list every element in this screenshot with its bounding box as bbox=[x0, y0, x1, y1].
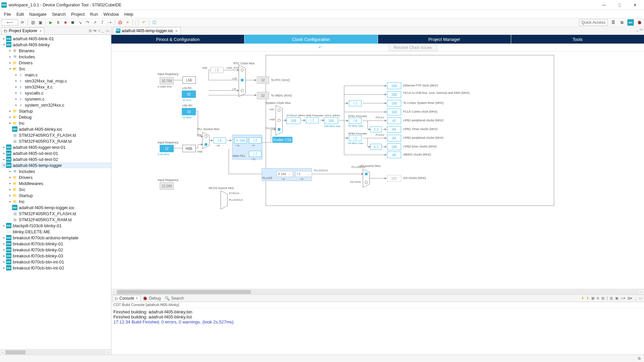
tree-item[interactable]: ▸IDEadafruit-f405-blink-01 bbox=[1, 36, 111, 42]
tree-twisty[interactable]: ▸ bbox=[2, 236, 6, 239]
hse-input-freq[interactable]: 12 bbox=[160, 145, 174, 152]
tree-item[interactable]: ▾IDEadafruit-f405-temp-logger bbox=[1, 162, 111, 168]
tree-twisty[interactable]: ▸ bbox=[8, 200, 12, 203]
tree-item[interactable]: MXadafruit-f405-blinky.ioc bbox=[1, 126, 111, 132]
view-max-button[interactable]: ▭ bbox=[105, 29, 110, 33]
tree-twisty[interactable]: ▸ bbox=[8, 194, 12, 197]
project-tree[interactable]: ▸IDEadafruit-f405-blink-01▾IDEadafruit-f… bbox=[0, 35, 111, 349]
editor-min[interactable]: _ bbox=[636, 27, 638, 31]
tree-twisty[interactable]: ▸ bbox=[2, 37, 6, 40]
tree-item[interactable]: ▭blinky-DELETE-ME bbox=[1, 229, 111, 235]
view-menu-button[interactable]: ▿ bbox=[98, 29, 101, 33]
link-editor-button[interactable]: ⇆ bbox=[93, 29, 97, 33]
tree-item[interactable]: ▸IDEadafruit-f405-logger-test-01 bbox=[1, 144, 111, 150]
step-over-button[interactable]: ↷ bbox=[84, 19, 91, 26]
open-type-button[interactable]: ☀ bbox=[124, 19, 131, 26]
tree-item[interactable]: MXadafruit-f405-temp-logger.ioc bbox=[1, 204, 111, 210]
tree-item[interactable]: ▸📁Src bbox=[1, 186, 111, 192]
minimize-button[interactable]: — bbox=[596, 0, 612, 10]
tree-twisty[interactable]: ▸ bbox=[8, 115, 12, 119]
console-opt1[interactable]: ▥ bbox=[609, 296, 613, 300]
sysclk[interactable]: 168 bbox=[286, 117, 301, 124]
menu-navigate[interactable]: Navigate bbox=[26, 11, 49, 17]
editor-tab-ioc[interactable]: MX adafruit-f405-temp-logger.ioc ✕ bbox=[113, 27, 181, 35]
tree-item[interactable]: ▸IDEblackpill-f103c8-blinky-01 bbox=[1, 223, 111, 229]
explorer-h-scroll[interactable]: ‹› bbox=[0, 349, 111, 355]
pll-p[interactable]: / 2 bbox=[249, 137, 262, 143]
refresh-button[interactable]: ⟳ bbox=[19, 19, 26, 26]
config-tab-pinout-configuration[interactable]: Pinout & Configuration bbox=[111, 35, 245, 44]
tree-twisty[interactable]: ▸ bbox=[8, 188, 12, 191]
tree-item[interactable]: ▸📁Debug bbox=[1, 114, 111, 120]
tree-item[interactable]: ▤STM32F405RGTX_FLASH.ld bbox=[1, 210, 111, 217]
pll-n[interactable]: X 168 bbox=[234, 137, 247, 143]
tree-item[interactable]: ▸⦿Binaries bbox=[1, 48, 111, 54]
terminate-button[interactable]: ⏻ bbox=[117, 19, 123, 26]
tree-twisty[interactable]: ▸ bbox=[2, 242, 6, 245]
instruction-step-button[interactable]: ⇢ bbox=[106, 19, 113, 26]
tree-item[interactable]: ▸📁Drivers bbox=[1, 174, 111, 180]
drop-frame-button[interactable]: ⤴ bbox=[99, 19, 106, 26]
tree-twisty[interactable]: ▸ bbox=[2, 248, 6, 251]
scroll-down-icon[interactable]: ⬇ bbox=[581, 296, 585, 300]
debug-tab[interactable]: 🐞 Debug bbox=[141, 295, 163, 301]
tree-item[interactable]: ▸📁Drivers bbox=[1, 60, 111, 66]
target-button[interactable]: ▣ bbox=[37, 19, 44, 26]
apb1-pre[interactable]: / 4 bbox=[349, 118, 362, 124]
tree-twisty[interactable]: ▸ bbox=[2, 260, 6, 263]
tree-twisty[interactable]: ▸ bbox=[2, 145, 6, 149]
nav-last-button[interactable]: ⟵ bbox=[1, 19, 18, 25]
menu-window[interactable]: Window bbox=[101, 11, 121, 17]
tree-twisty[interactable]: ▸ bbox=[8, 182, 12, 185]
tree-item[interactable]: ▤STM32F405RGTX_FLASH.ld bbox=[1, 132, 111, 138]
tree-twisty[interactable]: ▸ bbox=[2, 158, 6, 161]
cortex-div[interactable]: / 1 bbox=[349, 100, 362, 106]
plli2s-r[interactable]: / 2 bbox=[295, 171, 312, 177]
console-open[interactable]: ▤▾ bbox=[627, 296, 633, 300]
tree-item[interactable]: ▤STM32F405RGTX_RAM.ld bbox=[1, 217, 111, 223]
menu-edit[interactable]: Edit bbox=[14, 11, 26, 17]
editor-h-scroll[interactable]: ‹› bbox=[111, 289, 644, 294]
tree-item[interactable]: ▸IDEadafruit-f405-sd-test-01 bbox=[1, 150, 111, 156]
pin-icon[interactable]: ✕ bbox=[39, 29, 42, 33]
tree-item[interactable]: ▤STM32F405RGTX_RAM.ld bbox=[1, 138, 111, 144]
step-return-button[interactable]: ↗ bbox=[92, 19, 98, 26]
tree-item[interactable]: ▸📁Middlewares bbox=[1, 180, 111, 186]
step-into-button[interactable]: ↘ bbox=[77, 19, 84, 26]
search-tab[interactable]: 🔍 Search bbox=[163, 295, 186, 301]
plli2s-n[interactable]: X 192 bbox=[276, 171, 293, 177]
tree-item[interactable]: ▸cstm32f4xx_it.c bbox=[1, 84, 111, 90]
tree-twisty[interactable]: ▸ bbox=[14, 97, 18, 101]
resume-button[interactable]: ▶ bbox=[47, 19, 54, 26]
tree-item[interactable]: ▸IDEbreakout-f070cb-btn-int-01 bbox=[1, 259, 111, 265]
build-all-button[interactable]: ▧ bbox=[30, 19, 36, 26]
maximize-button[interactable]: ░ bbox=[612, 0, 627, 10]
close-button[interactable]: ✕ bbox=[627, 0, 643, 10]
console-pin-button[interactable]: ▤ bbox=[601, 296, 605, 300]
disconnect-button[interactable]: ⏹ bbox=[69, 19, 76, 26]
suspend-button[interactable]: ⏸ bbox=[55, 19, 61, 26]
console-min[interactable]: _ bbox=[634, 296, 637, 300]
menu-project[interactable]: Project bbox=[68, 11, 87, 17]
tree-twisty[interactable]: ▸ bbox=[8, 170, 12, 173]
config-tab-project-manager[interactable]: Project Manager bbox=[378, 35, 511, 44]
resolve-clock-button[interactable]: Resolve Clock Issues bbox=[389, 44, 437, 51]
tree-twisty[interactable]: ▾ bbox=[2, 164, 6, 167]
tree-item[interactable]: ▸📁Startup bbox=[1, 192, 111, 198]
info-button[interactable]: ⓘ bbox=[151, 19, 158, 26]
menu-file[interactable]: File bbox=[1, 11, 14, 17]
config-tab-clock-configuration[interactable]: Clock Configuration bbox=[245, 35, 378, 44]
tree-twisty[interactable]: ▸ bbox=[2, 254, 6, 257]
tree-twisty[interactable]: ▸ bbox=[14, 85, 18, 88]
tree-twisty[interactable]: ▸ bbox=[8, 61, 12, 64]
tree-twisty[interactable]: ▸ bbox=[14, 73, 18, 76]
perspective-cdt[interactable]: ⧉ bbox=[619, 19, 625, 26]
apb2-pre[interactable]: / 2 bbox=[349, 135, 362, 141]
quick-access[interactable]: Quick Access bbox=[579, 19, 608, 26]
editor-max[interactable]: ▭ bbox=[640, 27, 643, 31]
scroll-up-icon[interactable]: ⬆ bbox=[586, 296, 590, 300]
clear-console-button[interactable]: ▦ bbox=[591, 296, 595, 300]
nav-back-button[interactable]: ↶ bbox=[141, 19, 147, 26]
lse-input-freq[interactable]: 32.768 bbox=[160, 77, 174, 84]
tree-item[interactable]: ▸IDEbreakout-f070cb-btn-int-02 bbox=[1, 265, 111, 271]
